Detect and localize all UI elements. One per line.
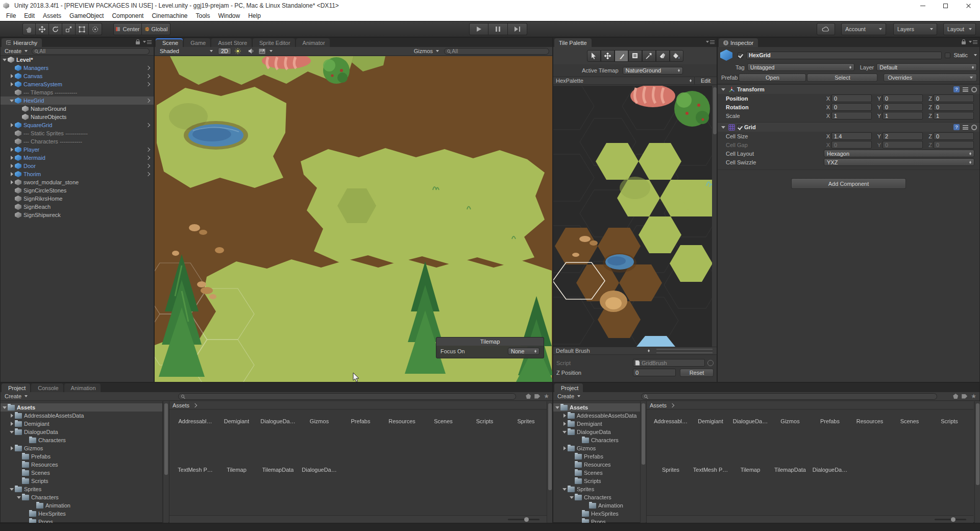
asset-item[interactable]: Demigiant bbox=[691, 409, 730, 458]
hierarchy-item[interactable]: CameraSystem bbox=[1, 80, 154, 88]
panel-menu-icon[interactable] bbox=[143, 39, 152, 44]
prefab-open-button[interactable]: Open bbox=[739, 74, 806, 82]
project-tree-item[interactable]: Prefabs bbox=[553, 452, 640, 461]
asset-item[interactable]: Scripts bbox=[464, 409, 505, 458]
asset-item[interactable]: DialogueDa… bbox=[257, 409, 299, 458]
foldout-arrow-icon[interactable] bbox=[16, 106, 22, 112]
x-field[interactable]: 1.4 bbox=[831, 132, 872, 140]
layer-dropdown[interactable]: Default bbox=[876, 63, 977, 71]
foldout-arrow-icon[interactable] bbox=[569, 462, 575, 468]
foldout-arrow-icon[interactable] bbox=[16, 453, 22, 460]
z-field[interactable]: 1 bbox=[934, 112, 974, 119]
cell-swizzle-dropdown[interactable]: YXZ bbox=[824, 158, 974, 166]
favorites-star-icon[interactable]: ★ bbox=[544, 393, 549, 400]
lock-icon[interactable] bbox=[136, 41, 140, 44]
cell-layout-dropdown[interactable]: Hexagon bbox=[824, 150, 974, 157]
menu-item[interactable]: Cinemachine bbox=[148, 11, 191, 21]
breadcrumb-label[interactable]: Assets bbox=[650, 402, 667, 408]
asset-item[interactable]: Tilemap bbox=[730, 458, 770, 506]
foldout-arrow-icon[interactable] bbox=[23, 437, 29, 443]
lighting-toggle-icon[interactable] bbox=[231, 48, 244, 54]
view-tab[interactable]: Scene bbox=[156, 38, 183, 47]
pause-button[interactable] bbox=[488, 23, 508, 35]
focus-on-dropdown[interactable]: None bbox=[508, 348, 540, 355]
zoom-slider[interactable] bbox=[508, 519, 540, 520]
project-search-input[interactable] bbox=[641, 393, 937, 400]
hierarchy-item[interactable]: Canvas bbox=[1, 72, 154, 80]
component-enabled-checkbox[interactable] bbox=[737, 125, 742, 130]
project-tree-item[interactable]: Scenes bbox=[1, 469, 163, 477]
asset-item[interactable]: TextMesh P… bbox=[691, 458, 730, 506]
foldout-arrow-icon[interactable] bbox=[569, 470, 575, 476]
foldout-arrow-icon[interactable] bbox=[9, 130, 15, 136]
z-position-field[interactable]: 0 bbox=[633, 369, 676, 376]
hierarchy-item[interactable]: Level* bbox=[1, 56, 154, 64]
palette-move-tool-icon[interactable] bbox=[601, 50, 615, 62]
menu-item[interactable]: Help bbox=[244, 11, 265, 21]
asset-item[interactable]: DialogueDa… bbox=[730, 409, 770, 458]
search-by-label-icon[interactable] bbox=[962, 394, 967, 399]
menu-item[interactable]: File bbox=[2, 11, 20, 21]
hierarchy-item[interactable]: Mermaid bbox=[1, 154, 154, 162]
minimize-button[interactable] bbox=[911, 0, 934, 11]
foldout-arrow-icon[interactable] bbox=[720, 124, 726, 130]
bottom-tab[interactable]: Project bbox=[2, 383, 30, 392]
search-by-type-icon[interactable] bbox=[526, 394, 531, 399]
foldout-arrow-icon[interactable] bbox=[9, 122, 15, 128]
project-tree-item[interactable]: Assets bbox=[1, 403, 163, 412]
prefab-chevron-icon[interactable] bbox=[145, 212, 152, 218]
prefab-chevron-icon[interactable] bbox=[145, 57, 152, 63]
menu-item[interactable]: Assets bbox=[39, 11, 65, 21]
tag-dropdown[interactable]: Untagged bbox=[747, 63, 854, 71]
hierarchy-item[interactable]: --- Characters ------------ bbox=[1, 137, 154, 146]
foldout-arrow-icon[interactable] bbox=[561, 429, 568, 435]
audio-toggle-icon[interactable] bbox=[244, 48, 258, 54]
palette-fill-tool-icon[interactable] bbox=[670, 50, 683, 62]
hierarchy-item[interactable]: Door bbox=[1, 162, 154, 170]
asset-item[interactable]: Gizmos bbox=[770, 409, 810, 458]
project-tree-item[interactable]: Animation bbox=[553, 501, 640, 510]
foldout-arrow-icon[interactable] bbox=[30, 502, 36, 509]
foldout-arrow-icon[interactable] bbox=[9, 196, 15, 202]
hierarchy-item[interactable]: SquareGrid bbox=[1, 121, 154, 129]
prefab-chevron-icon[interactable] bbox=[145, 114, 152, 120]
static-dropdown-icon[interactable] bbox=[974, 54, 977, 58]
grid-scrollbar[interactable] bbox=[547, 401, 552, 523]
play-button[interactable] bbox=[469, 23, 488, 35]
layout-dropdown[interactable]: Layout bbox=[943, 23, 976, 35]
project-tree-item[interactable]: DialogueData bbox=[553, 428, 640, 436]
asset-item[interactable]: Demigiant bbox=[216, 409, 257, 458]
effects-toggle-icon[interactable] bbox=[258, 49, 273, 54]
tree-scrollbar[interactable] bbox=[640, 401, 646, 523]
foldout-arrow-icon[interactable] bbox=[16, 462, 22, 468]
foldout-arrow-icon[interactable] bbox=[561, 413, 568, 419]
static-checkbox[interactable] bbox=[945, 53, 950, 58]
hand-tool-icon[interactable] bbox=[22, 23, 36, 35]
palette-dropdown[interactable]: HexPalette bbox=[553, 78, 694, 84]
foldout-arrow-icon[interactable] bbox=[9, 171, 15, 177]
gizmos-dropdown[interactable]: Gizmos bbox=[412, 48, 441, 54]
prefab-chevron-icon[interactable] bbox=[145, 196, 152, 202]
hierarchy-item[interactable]: SignCircleStones bbox=[1, 186, 154, 195]
prefab-chevron-icon[interactable] bbox=[145, 89, 152, 95]
account-dropdown[interactable]: Account bbox=[841, 23, 886, 35]
search-by-label-icon[interactable] bbox=[534, 394, 540, 399]
y-field[interactable]: 0 bbox=[883, 141, 923, 149]
prefab-chevron-icon[interactable] bbox=[145, 81, 152, 87]
menu-item[interactable]: GameObject bbox=[65, 11, 108, 21]
asset-item[interactable]: Prefabs bbox=[340, 409, 381, 458]
hierarchy-item[interactable]: Player bbox=[1, 146, 154, 154]
zoom-slider[interactable] bbox=[935, 519, 966, 520]
project-tree-item[interactable]: Assets bbox=[553, 403, 640, 412]
asset-item[interactable]: Resources bbox=[381, 409, 423, 458]
help-icon[interactable]: ? bbox=[953, 124, 960, 130]
prefab-chevron-icon[interactable] bbox=[145, 147, 152, 153]
palette-box-tool-icon[interactable] bbox=[628, 50, 642, 62]
shading-mode-dropdown[interactable]: Shaded bbox=[157, 47, 216, 55]
foldout-arrow-icon[interactable] bbox=[9, 413, 15, 419]
prefab-chevron-icon[interactable] bbox=[145, 187, 152, 194]
prefab-chevron-icon[interactable] bbox=[145, 163, 152, 169]
foldout-arrow-icon[interactable] bbox=[9, 147, 15, 153]
active-tilemap-dropdown[interactable]: NatureGround bbox=[623, 67, 683, 75]
prefab-chevron-icon[interactable] bbox=[145, 138, 152, 144]
